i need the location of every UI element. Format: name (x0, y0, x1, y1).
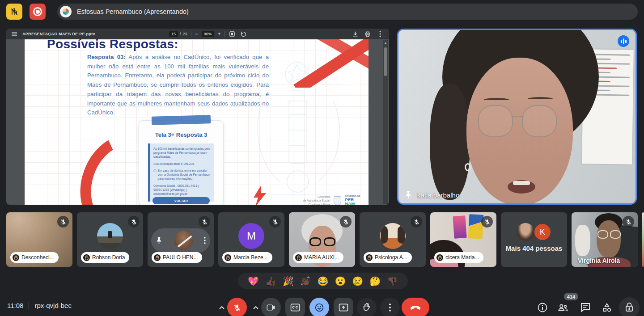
more-participants-tile[interactable]: K Mais 404 pessoas (501, 212, 567, 267)
speaker-eyebrow (483, 98, 509, 102)
zoom-level[interactable]: 90% (202, 31, 214, 37)
participant-name: Virgínia Airola (578, 257, 620, 264)
presenter-banner[interactable]: Esfosuas Pernambuco (Apresentando) (57, 4, 638, 20)
shared-presentation-tile[interactable]: APRESENTAÇÃO MÃES DE PE.pptx 15 / 23 − 9… (6, 29, 389, 205)
slide-footer-logos: Secretaria de Assistência Social, Combat… (303, 195, 360, 205)
chat-icon[interactable] (580, 302, 591, 313)
participant-avatar (174, 231, 193, 250)
end-call-button[interactable] (402, 298, 429, 316)
raise-hand-button[interactable] (357, 298, 377, 316)
menu-icon[interactable] (11, 30, 18, 38)
participant-tile[interactable]: MARIA AUXI... (289, 212, 355, 267)
cry-reaction[interactable]: 😢 (352, 277, 363, 286)
phone-text-2: Sua colocação atual é 196.205. (153, 162, 211, 166)
participant-tile[interactable]: Desconheci... (6, 212, 72, 267)
more-options-icon[interactable] (204, 237, 206, 244)
scrollbar[interactable]: ▲ (383, 40, 388, 204)
raised-hand-icon (366, 254, 373, 261)
pin-icon[interactable] (156, 237, 162, 244)
phone-text-4: Ouvidoria Social - 0800.081.4421 | 98494… (153, 184, 211, 196)
page-separator: / (180, 32, 181, 36)
mic-off-badge (128, 216, 140, 228)
slides-app-icon[interactable] (6, 4, 22, 20)
scroll-up-arrow[interactable]: ▲ (383, 41, 388, 44)
slide-title: Possíveis Respostas: (47, 39, 178, 51)
more-options-button[interactable] (380, 298, 400, 316)
present-icon (339, 303, 348, 312)
laugh-reaction[interactable]: 😂 (318, 277, 329, 286)
more-vert-icon (389, 303, 391, 312)
main-speaker-video[interactable]: katia barbalho (397, 29, 637, 205)
name-pill: Robson Doria (81, 252, 129, 263)
org-name-line3: Combate à Fome (303, 203, 330, 205)
participant-tile[interactable]: Virgínia Airola (572, 212, 638, 267)
crest-logo (334, 196, 341, 205)
meeting-code: rpx-qvjd-bec (34, 302, 72, 309)
present-screen-button[interactable] (334, 298, 353, 316)
participant-tile[interactable]: Robson Doria (77, 212, 143, 267)
captions-button[interactable] (285, 298, 305, 316)
presenter-name: Esfosuas Pernambuco (Apresentando) (77, 8, 189, 15)
raised-hand-icon (13, 254, 19, 261)
zoom-out-button[interactable]: − (195, 31, 198, 37)
heart-reaction[interactable]: 💖 (248, 277, 259, 286)
download-icon[interactable] (352, 30, 359, 38)
participant-tile[interactable]: PAULO HEN... (148, 212, 214, 267)
mic-off-badge (269, 216, 281, 228)
fit-page-icon[interactable] (229, 30, 236, 38)
page-current[interactable]: 15 (169, 31, 178, 37)
raised-hand-icon (154, 254, 161, 261)
pdf-toolbar: APRESENTAÇÃO MÃES DE PE.pptx 15 / 23 − 9… (6, 29, 389, 39)
resposta-label: Resposta 03: (87, 54, 126, 60)
participant-count-badge: 414 (564, 293, 578, 300)
thumbs-down-reaction[interactable]: 👎🏿 (387, 277, 398, 286)
host-controls-button[interactable] (619, 297, 640, 316)
slide-paragraph: Resposta 03: Após a análise no CadÚnico,… (87, 53, 269, 118)
voltar-button[interactable]: VOLTAR (153, 197, 210, 204)
participant-name: MARIA AUXI... (304, 254, 339, 261)
name-pill: Marcia Beze... (222, 252, 272, 263)
record-dot (36, 10, 40, 14)
clock-time: 11:08 (7, 302, 23, 309)
speaker-glasses-bridge (511, 116, 524, 117)
mic-options-chevron[interactable] (217, 298, 226, 316)
thinking-reaction[interactable]: 🤔 (369, 277, 381, 286)
people-icon[interactable] (558, 302, 568, 313)
raised-hand-icon (83, 254, 90, 261)
more-options-icon[interactable] (377, 30, 384, 38)
thumbs-up-reaction[interactable]: 👍🏿 (265, 277, 276, 286)
mic-mute-button[interactable] (227, 298, 247, 316)
org-name-line1: Secretaria (303, 195, 330, 199)
participant-name: Robson Doria (92, 254, 125, 261)
tape-decoration (152, 115, 211, 125)
rotate-icon[interactable] (240, 30, 247, 38)
participant-tile[interactable]: cicera Maria... (430, 212, 496, 267)
scrollbar-thumb[interactable] (384, 47, 387, 76)
meeting-details-icon[interactable] (537, 302, 548, 313)
participant-avatar (380, 223, 406, 249)
clap-reaction[interactable]: 👏🏿 (300, 277, 311, 286)
participant-avatar (97, 223, 123, 249)
participant-tile[interactable]: M Marcia Beze... (218, 212, 284, 267)
name-pill: PAULO HEN... (152, 252, 202, 263)
name-pill: cicera Maria... (434, 252, 483, 263)
print-icon[interactable] (364, 30, 371, 38)
participant-avatar-letter: K (534, 223, 551, 241)
building-slash-icon (10, 7, 19, 16)
camera-options-chevron[interactable] (251, 298, 260, 316)
smiley-icon (314, 303, 324, 312)
reactions-button[interactable] (309, 298, 329, 316)
speaker-teeth (513, 181, 530, 185)
zoom-in-button[interactable]: + (218, 31, 221, 37)
activities-icon[interactable] (602, 302, 612, 313)
camera-icon (267, 304, 275, 311)
audio-speaking-indicator (618, 35, 629, 47)
camera-button[interactable] (261, 298, 281, 316)
surprised-reaction[interactable]: 😮 (335, 277, 346, 286)
record-icon[interactable] (30, 4, 46, 20)
document-area[interactable]: Possíveis Respostas: Resposta 03: Após a… (6, 39, 389, 205)
phone-text-1: As 100 mil beneficiárias contempladas pe… (153, 147, 211, 159)
party-reaction[interactable]: 🎉 (283, 277, 294, 286)
speaker-glasses-lens (522, 105, 557, 137)
participant-tile[interactable]: Psicologa A... (360, 212, 426, 267)
